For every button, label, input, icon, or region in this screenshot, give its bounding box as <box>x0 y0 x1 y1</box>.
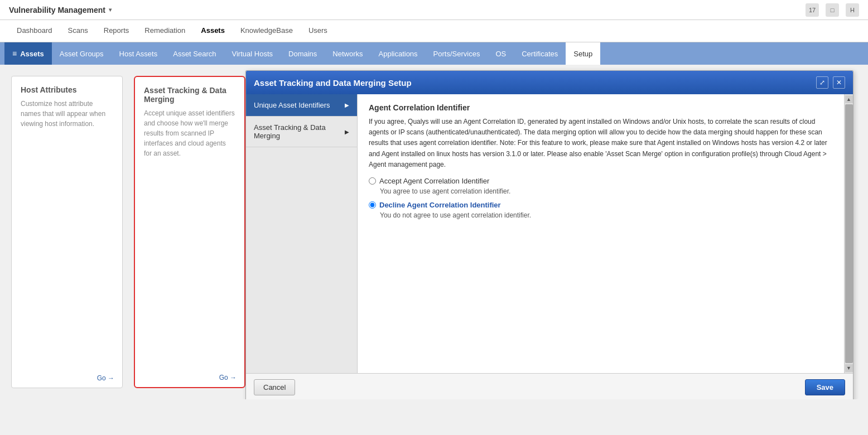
main-content: Host Attributes Customize host attribute… <box>0 65 868 399</box>
top-bar: Vulnerability Management ▾ 17 □ H <box>0 0 868 20</box>
card-host-attributes-go[interactable]: Go <box>97 374 114 382</box>
modal-title: Asset Tracking and Data Merging Setup <box>254 78 412 88</box>
notification-icon[interactable]: 17 <box>806 3 819 17</box>
user-icon[interactable]: H <box>846 3 859 17</box>
app-title-text: Vulnerability Management <box>9 6 105 14</box>
sidebar-item-arrow-0: ▶ <box>345 102 349 108</box>
cancel-button[interactable]: Cancel <box>254 379 295 395</box>
modal-content-area: Agent Correlation Identifier If you agre… <box>358 94 844 373</box>
tab-certificates[interactable]: Certificates <box>514 42 566 65</box>
nav-users[interactable]: Users <box>301 20 335 42</box>
radio-accept-desc: You agree to use agent correlation ident… <box>380 187 833 195</box>
modal-footer: Cancel Save <box>246 373 853 399</box>
radio-accept-input[interactable] <box>369 177 376 185</box>
nav-assets[interactable]: Assets <box>193 20 233 42</box>
tab-networks[interactable]: Networks <box>325 42 370 65</box>
card-host-attributes-desc: Customize host attribute names that will… <box>21 99 113 129</box>
scroll-thumb[interactable] <box>845 104 853 363</box>
app-title: Vulnerability Management ▾ <box>9 6 112 14</box>
card-asset-tracking-go[interactable]: Go <box>219 374 237 381</box>
tab-virtual-hosts[interactable]: Virtual Hosts <box>224 42 281 65</box>
top-bar-right: 17 □ H <box>806 3 859 17</box>
sidebar-item-unique-label: Unique Asset Identifiers <box>254 101 330 109</box>
radio-accept-option[interactable]: Accept Agent Correlation Identifier <box>369 177 833 185</box>
modal-panel: Asset Tracking and Data Merging Setup ⤢ … <box>245 70 853 399</box>
scroll-down-arrow[interactable]: ▼ <box>845 364 853 372</box>
assets-label-text: Assets <box>20 50 44 58</box>
modal-header: Asset Tracking and Data Merging Setup ⤢ … <box>246 71 853 94</box>
tab-ports-services[interactable]: Ports/Services <box>426 42 488 65</box>
content-heading: Agent Correlation Identifier <box>369 103 833 112</box>
nav-dashboard[interactable]: Dashboard <box>9 20 60 42</box>
tab-os[interactable]: OS <box>488 42 514 65</box>
modal-expand-button[interactable]: ⤢ <box>816 76 828 89</box>
modal-sidebar: Unique Asset Identifiers ▶ Asset Trackin… <box>246 94 358 373</box>
nav-reports[interactable]: Reports <box>96 20 137 42</box>
nav-knowledgebase[interactable]: KnowledgeBase <box>233 20 301 42</box>
radio-decline-desc: You do not agree to use agent correlatio… <box>380 211 833 219</box>
nav-remediation[interactable]: Remediation <box>137 20 193 42</box>
modal-close-button[interactable]: ✕ <box>833 76 845 89</box>
tab-host-assets[interactable]: Host Assets <box>112 42 166 65</box>
sidebar-item-asset-tracking[interactable]: Asset Tracking & Data Merging ▶ <box>246 117 357 147</box>
radio-decline-label[interactable]: Decline Agent Correlation Identifier <box>379 201 501 209</box>
card-host-attributes: Host Attributes Customize host attribute… <box>11 76 123 388</box>
app-dropdown-chevron[interactable]: ▾ <box>109 7 112 13</box>
modal-header-actions: ⤢ ✕ <box>816 76 845 89</box>
save-button[interactable]: Save <box>805 379 845 395</box>
main-nav: Dashboard Scans Reports Remediation Asse… <box>0 20 868 42</box>
tab-setup[interactable]: Setup <box>566 42 600 65</box>
modal-body: Unique Asset Identifiers ▶ Asset Trackin… <box>246 94 853 373</box>
tab-applications[interactable]: Applications <box>371 42 426 65</box>
sidebar-item-arrow-1: ▶ <box>345 129 349 135</box>
sidebar-item-tracking-label: Asset Tracking & Data Merging <box>254 123 345 140</box>
tab-asset-search[interactable]: Asset Search <box>165 42 224 65</box>
card-asset-tracking: Asset Tracking & Data Merging Accept uni… <box>134 76 245 388</box>
nav-scans[interactable]: Scans <box>60 20 96 42</box>
list-icon: ≡ <box>12 49 17 58</box>
card-host-attributes-title: Host Attributes <box>21 85 113 94</box>
content-body: If you agree, Qualys will use an Agent C… <box>369 117 833 170</box>
tab-domains[interactable]: Domains <box>281 42 325 65</box>
asset-tabs-bar: ≡ Assets Asset Groups Host Assets Asset … <box>0 42 868 65</box>
grid-icon[interactable]: □ <box>826 3 839 17</box>
radio-accept-label[interactable]: Accept Agent Correlation Identifier <box>379 177 489 185</box>
assets-home-label[interactable]: ≡ Assets <box>4 42 52 65</box>
card-asset-tracking-desc: Accept unique asset identifiers and choo… <box>144 108 235 158</box>
card-asset-tracking-title: Asset Tracking & Data Merging <box>144 86 235 104</box>
scroll-up-arrow[interactable]: ▲ <box>845 95 853 103</box>
radio-decline-input[interactable] <box>369 201 376 209</box>
radio-decline-option[interactable]: Decline Agent Correlation Identifier <box>369 201 833 209</box>
scrollbar[interactable]: ▲ ▼ <box>844 94 853 373</box>
tab-asset-groups[interactable]: Asset Groups <box>52 42 112 65</box>
sidebar-item-unique-identifiers[interactable]: Unique Asset Identifiers ▶ <box>246 94 357 117</box>
